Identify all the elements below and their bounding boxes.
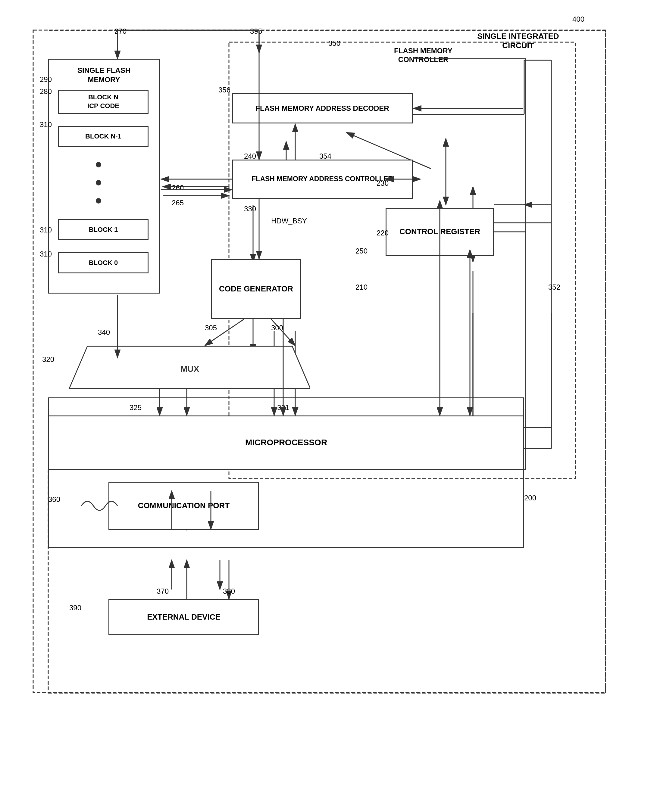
- flash-memory-controller-label: FLASH MEMORY CONTROLLER: [371, 47, 476, 64]
- microprocessor-outer-box: [48, 397, 524, 548]
- diagram-container: 400 SINGLE INTEGRATED CIRCUIT SINGLE FLA…: [24, 12, 626, 801]
- svg-line-50: [205, 319, 244, 346]
- ref-250: 250: [356, 247, 368, 255]
- ref-290: 290: [40, 75, 52, 84]
- block-n-box: BLOCK NICP CODE: [58, 90, 148, 114]
- ref-380: 380: [223, 587, 235, 595]
- ref-220: 220: [377, 229, 389, 237]
- ref-310c: 310: [40, 250, 52, 258]
- ref-325: 325: [130, 403, 142, 412]
- ref-230: 230: [377, 179, 389, 188]
- ref-354: 354: [319, 152, 332, 160]
- ref-356: 356: [219, 86, 231, 94]
- ref-210: 210: [356, 283, 368, 292]
- code-generator-box: CODE GENERATOR: [211, 259, 301, 319]
- dot-1: [96, 162, 101, 167]
- single-flash-memory-box: SINGLE FLASHMEMORY BLOCK NICP CODE BLOCK…: [48, 59, 160, 293]
- control-register-box: CONTROL REGISTER: [386, 208, 494, 256]
- ref-200: 200: [524, 494, 536, 502]
- ref-390: 390: [69, 604, 81, 612]
- ref-280: 280: [40, 87, 52, 96]
- block-n1-box: BLOCK N-1: [58, 126, 148, 147]
- single-integrated-circuit-label: SINGLE INTEGRATED CIRCUIT: [461, 32, 575, 50]
- ref-370: 370: [157, 587, 169, 595]
- svg-text:MUX: MUX: [180, 364, 199, 374]
- ref-hdw-bsy: HDW_BSY: [271, 217, 307, 225]
- block-0-box: BLOCK 0: [58, 252, 148, 273]
- ref-300: 300: [271, 324, 283, 332]
- ref-240: 240: [244, 152, 256, 160]
- ref-352: 352: [548, 283, 560, 292]
- mux-svg: MUX: [69, 343, 310, 391]
- dot-2: [96, 180, 101, 185]
- ref-310a: 310: [40, 121, 52, 129]
- ref-331: 331: [277, 403, 289, 412]
- flash-memory-address-decoder-box: FLASH MEMORY ADDRESS DECODER: [232, 93, 413, 124]
- block-1-box: BLOCK 1: [58, 219, 148, 240]
- ref-310b: 310: [40, 226, 52, 234]
- ref-395: 395: [250, 27, 262, 35]
- ref-265: 265: [172, 199, 184, 207]
- ref-320: 320: [42, 355, 54, 364]
- ref-340: 340: [98, 328, 110, 337]
- ref-360: 360: [48, 495, 60, 504]
- ref-400: 400: [572, 15, 584, 23]
- ref-260: 260: [172, 184, 184, 192]
- svg-line-51: [271, 319, 295, 346]
- ref-305: 305: [205, 324, 217, 332]
- dot-3: [96, 198, 101, 203]
- external-device-box: EXTERNAL DEVICE: [108, 599, 259, 635]
- ref-270: 270: [115, 27, 127, 35]
- ref-350: 350: [329, 39, 341, 47]
- ref-330: 330: [244, 205, 256, 213]
